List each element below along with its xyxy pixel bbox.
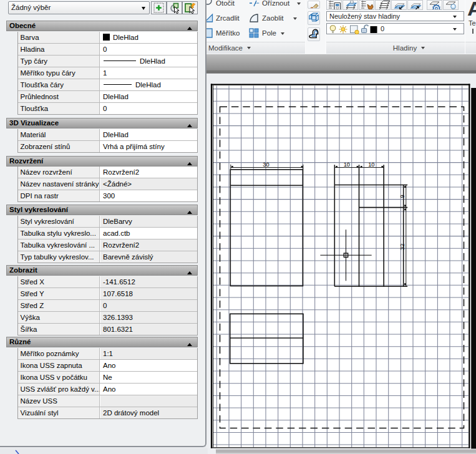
- svg-text:9: 9: [399, 195, 406, 198]
- svg-text:10: 10: [344, 162, 350, 168]
- svg-text:10: 10: [368, 162, 374, 168]
- svg-text:32: 32: [399, 244, 406, 250]
- svg-text:30: 30: [263, 162, 269, 168]
